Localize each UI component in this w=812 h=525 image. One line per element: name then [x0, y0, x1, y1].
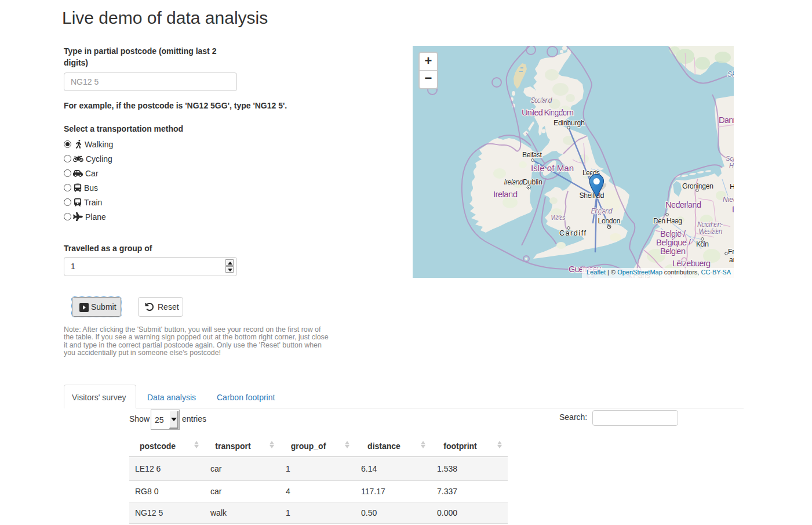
svg-text:Lëtzebuerg: Lëtzebuerg [672, 258, 711, 268]
svg-text:Nied: Nied [723, 195, 734, 204]
svg-text:Groningen: Groningen [682, 182, 713, 190]
svg-text:Nederland: Nederland [665, 200, 701, 209]
svg-text:Sch: Sch [726, 155, 734, 162]
svg-text:Fr: Fr [728, 248, 734, 256]
svg-text:Belgien: Belgien [660, 246, 686, 256]
svg-text:Wales: Wales [551, 214, 566, 221]
svg-text:Ho: Ho [729, 162, 734, 169]
svg-text:Ireland: Ireland [493, 189, 518, 199]
svg-text:Danmark: Danmark [719, 115, 734, 125]
svg-text:London: London [598, 217, 621, 225]
svg-text:United Kingdom: United Kingdom [522, 107, 574, 117]
svg-text:Isle of Man: Isle of Man [531, 163, 574, 173]
svg-text:Westfalen: Westfalen [699, 227, 723, 236]
svg-text:Scotland: Scotland [531, 96, 552, 104]
svg-text:Ska: Ska [727, 70, 734, 78]
svg-text:Köln: Köln [696, 240, 709, 248]
svg-text:an: an [729, 256, 734, 264]
svg-text:Ha: Ha [730, 183, 734, 191]
svg-text:Dublin: Dublin [523, 178, 542, 186]
svg-text:Sheffield: Sheffield [580, 191, 605, 200]
svg-text:Edinburgh: Edinburgh [554, 119, 585, 127]
svg-text:Den Haag: Den Haag [653, 217, 682, 225]
svg-text:De: De [732, 204, 734, 214]
svg-text:Ireland: Ireland [504, 178, 523, 186]
svg-text:England: England [591, 207, 613, 215]
svg-text:Cardiff: Cardiff [559, 229, 587, 237]
svg-text:Belfast: Belfast [522, 151, 542, 159]
